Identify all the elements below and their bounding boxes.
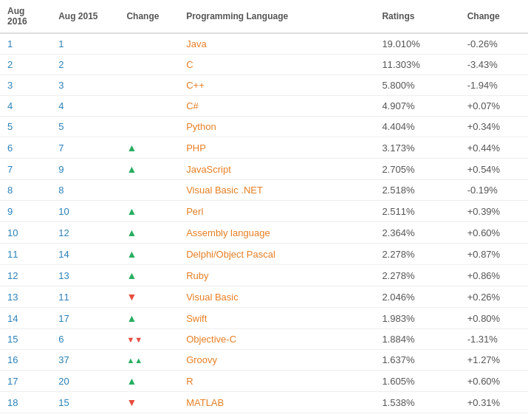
language-link[interactable]: C <box>186 59 193 70</box>
language-name[interactable]: PHP <box>179 137 374 159</box>
table-row: 22C11.303%-3.43% <box>0 55 528 75</box>
language-name[interactable]: JavaScript <box>179 159 374 180</box>
language-name[interactable]: Perl <box>179 201 374 222</box>
change-arrow: ▲ <box>119 222 179 244</box>
language-link[interactable]: Groovy <box>186 354 217 365</box>
table-row: 1012▲Assembly language2.364%+0.60% <box>0 222 528 244</box>
table-row: 1919PL/SQL1.349%+0.21% <box>0 413 528 421</box>
table-row: 1213▲Ruby2.278%+0.86% <box>0 265 528 286</box>
language-link[interactable]: C# <box>186 100 199 111</box>
arrow-up-icon: ▲ <box>126 375 137 387</box>
rank-2015: 2 <box>51 55 119 75</box>
language-name[interactable]: C <box>179 55 374 75</box>
language-name[interactable]: Swift <box>179 308 374 329</box>
rank-2015: 13 <box>51 265 119 286</box>
language-link[interactable]: Swift <box>186 313 207 324</box>
table-row: 1114▲Delphi/Object Pascal2.278%+0.87% <box>0 244 528 265</box>
rank-2016: 2 <box>0 55 51 75</box>
arrow-up-icon: ▲ <box>126 269 137 281</box>
language-link[interactable]: Visual Basic <box>186 292 239 303</box>
language-name[interactable]: Assembly language <box>179 222 374 244</box>
change-arrow <box>119 55 179 75</box>
language-link[interactable]: Ruby <box>186 270 208 281</box>
table-row: 11Java19.010%-0.26% <box>0 33 528 55</box>
table-row: 1637▲▲Groovy1.637%+1.27% <box>0 350 528 371</box>
language-name[interactable]: PL/SQL <box>179 413 374 421</box>
language-link[interactable]: R <box>186 376 193 387</box>
change-arrow: ▲ <box>119 201 179 222</box>
header-change: Change <box>119 0 179 33</box>
change-value: +0.26% <box>460 286 528 308</box>
language-link[interactable]: Assembly language <box>186 227 270 238</box>
language-link[interactable]: MATLAB <box>186 397 224 408</box>
arrow-up-icon: ▲ <box>126 205 137 217</box>
language-link[interactable]: Visual Basic .NET <box>186 185 263 196</box>
language-name[interactable]: C++ <box>179 75 374 96</box>
rank-2015: 4 <box>51 96 119 117</box>
table-row: 79▲JavaScript2.705%+0.54% <box>0 159 528 180</box>
rank-2016: 11 <box>0 244 51 265</box>
change-value: -1.31% <box>460 329 528 350</box>
table-row: 33C++5.800%-1.94% <box>0 75 528 96</box>
language-name[interactable]: R <box>179 371 374 392</box>
table-row: 156▼▼Objective-C1.884%-1.31% <box>0 329 528 350</box>
ratings-value: 1.349% <box>374 413 459 421</box>
language-name[interactable]: Visual Basic <box>179 286 374 308</box>
ratings-value: 4.907% <box>374 96 459 117</box>
rank-2015: 7 <box>51 137 119 159</box>
rank-2016: 16 <box>0 350 51 371</box>
table-row: 1417▲Swift1.983%+0.80% <box>0 308 528 329</box>
change-value: +1.27% <box>460 350 528 371</box>
language-link[interactable]: Perl <box>186 206 203 217</box>
language-link[interactable]: JavaScript <box>186 164 231 175</box>
change-arrow <box>119 180 179 201</box>
rank-2015: 10 <box>51 201 119 222</box>
rank-2015: 3 <box>51 75 119 96</box>
rank-2016: 12 <box>0 265 51 286</box>
rank-2015: 14 <box>51 244 119 265</box>
arrow-up-icon: ▲ <box>126 142 137 154</box>
change-value: +0.86% <box>460 265 528 286</box>
table-row: 1720▲R1.605%+0.60% <box>0 371 528 392</box>
table-row: 67▲PHP3.173%+0.44% <box>0 137 528 159</box>
language-link[interactable]: Java <box>186 38 206 49</box>
rank-2016: 3 <box>0 75 51 96</box>
language-name[interactable]: MATLAB <box>179 392 374 413</box>
table-header: Aug 2016 Aug 2015 Change Programming Lan… <box>0 0 528 33</box>
rank-2015: 9 <box>51 159 119 180</box>
header-ratings: Ratings <box>374 0 459 33</box>
rank-2016: 9 <box>0 201 51 222</box>
language-name[interactable]: Python <box>179 117 374 137</box>
language-link[interactable]: C++ <box>186 80 205 91</box>
arrow-double-up-icon: ▲▲ <box>126 356 143 365</box>
change-arrow: ▲ <box>119 137 179 159</box>
change-arrow: ▲▲ <box>119 350 179 371</box>
language-link[interactable]: Delphi/Object Pascal <box>186 249 275 260</box>
rank-2016: 18 <box>0 392 51 413</box>
language-name[interactable]: Groovy <box>179 350 374 371</box>
language-name[interactable]: Java <box>179 33 374 55</box>
language-name[interactable]: C# <box>179 96 374 117</box>
language-link[interactable]: Python <box>186 121 216 132</box>
rank-2015: 19 <box>51 413 119 421</box>
language-name[interactable]: Visual Basic .NET <box>179 180 374 201</box>
rank-2015: 37 <box>51 350 119 371</box>
language-link[interactable]: Objective-C <box>186 334 236 345</box>
rank-2016: 4 <box>0 96 51 117</box>
arrow-up-icon: ▲ <box>126 163 137 175</box>
rankings-table: Aug 2016 Aug 2015 Change Programming Lan… <box>0 0 528 420</box>
change-value: +0.39% <box>460 201 528 222</box>
language-link[interactable]: PHP <box>186 142 206 154</box>
table-row: 1311▼Visual Basic2.046%+0.26% <box>0 286 528 308</box>
language-name[interactable]: Delphi/Object Pascal <box>179 244 374 265</box>
change-arrow: ▲ <box>119 244 179 265</box>
ratings-value: 5.800% <box>374 75 459 96</box>
ratings-value: 2.518% <box>374 180 459 201</box>
table-row: 88Visual Basic .NET2.518%-0.19% <box>0 180 528 201</box>
change-arrow: ▲ <box>119 308 179 329</box>
language-name[interactable]: Objective-C <box>179 329 374 350</box>
language-name[interactable]: Ruby <box>179 265 374 286</box>
change-value: +0.60% <box>460 222 528 244</box>
change-arrow: ▼ <box>119 392 179 413</box>
rank-2015: 15 <box>51 392 119 413</box>
